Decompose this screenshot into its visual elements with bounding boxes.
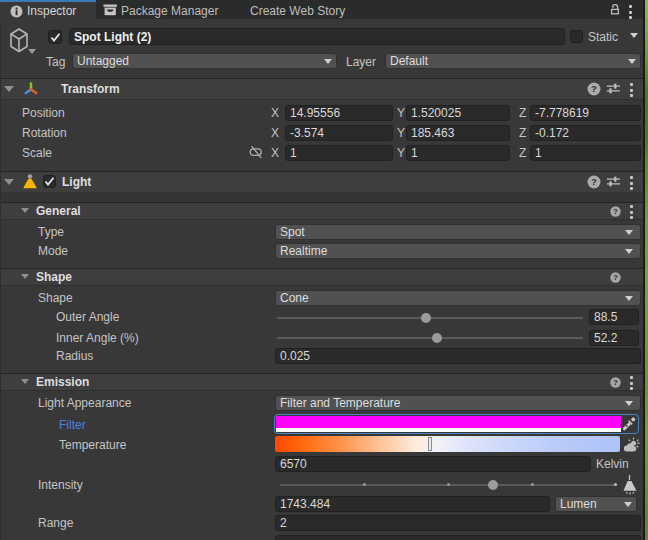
svg-text:?: ? bbox=[613, 207, 618, 216]
svg-text:?: ? bbox=[613, 378, 618, 387]
svg-text:?: ? bbox=[591, 83, 597, 94]
svg-text:?: ? bbox=[591, 176, 597, 187]
svg-text:?: ? bbox=[613, 273, 618, 282]
